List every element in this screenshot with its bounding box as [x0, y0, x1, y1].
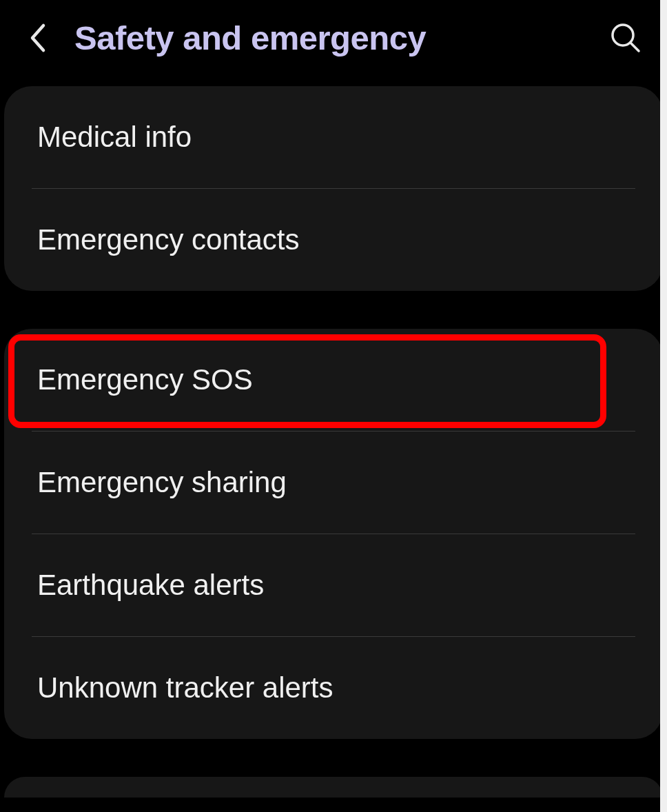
header: Safety and emergency [0, 0, 667, 86]
search-button[interactable] [605, 17, 646, 59]
list-item-unknown-tracker-alerts[interactable]: Unknown tracker alerts [4, 637, 663, 739]
settings-group-2: Emergency SOS Emergency sharing Earthqua… [4, 329, 663, 739]
settings-group-1: Medical info Emergency contacts [4, 86, 663, 291]
list-item-label: Emergency sharing [37, 466, 287, 498]
list-item-emergency-sos[interactable]: Emergency SOS [4, 329, 663, 431]
list-item-earthquake-alerts[interactable]: Earthquake alerts [4, 534, 663, 636]
list-item-label: Earthquake alerts [37, 569, 264, 601]
chevron-left-icon [28, 23, 46, 53]
settings-group-3-partial [4, 777, 663, 798]
right-edge-decoration [660, 0, 667, 812]
search-icon [610, 22, 642, 54]
list-item-label: Medical info [37, 121, 192, 153]
svg-line-1 [630, 43, 639, 51]
list-item-label: Emergency contacts [37, 223, 300, 256]
back-button[interactable] [21, 21, 54, 54]
list-item-medical-info[interactable]: Medical info [4, 86, 663, 188]
page-title: Safety and emergency [74, 19, 605, 57]
list-item-label: Emergency SOS [37, 363, 253, 396]
list-item-emergency-sharing[interactable]: Emergency sharing [4, 432, 663, 534]
list-item-emergency-contacts[interactable]: Emergency contacts [4, 189, 663, 291]
list-item-label: Unknown tracker alerts [37, 671, 334, 704]
